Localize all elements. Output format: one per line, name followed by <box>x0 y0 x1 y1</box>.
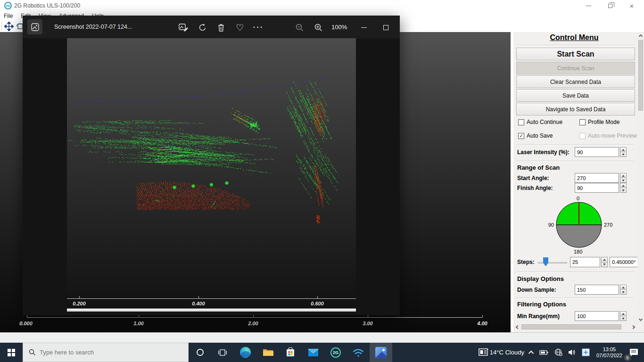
navigate-saved-data-button[interactable]: Navigate to Saved Data <box>516 103 635 115</box>
viewer-maximize-button[interactable] <box>379 21 392 33</box>
steps-degrees-field: 0.450000° <box>610 257 639 267</box>
delete-icon[interactable] <box>216 22 226 33</box>
edge-icon <box>240 347 251 358</box>
steps-input[interactable] <box>570 257 600 267</box>
more-options-icon[interactable]: • • • <box>253 22 263 33</box>
steps-slider-handle[interactable] <box>543 257 548 266</box>
laser-intensity-input[interactable] <box>575 147 619 157</box>
tray-expand-button[interactable] <box>527 343 537 362</box>
start-angle-spinner[interactable] <box>620 173 627 183</box>
axis-label: 1.00 <box>133 321 143 326</box>
save-data-button[interactable]: Save Data <box>516 89 635 102</box>
panel-vertical-scrollbar[interactable] <box>637 32 644 323</box>
axis-label: 3.00 <box>363 321 372 326</box>
edit-image-icon[interactable] <box>178 22 189 33</box>
app-minimize-button[interactable] <box>581 0 595 11</box>
scroll-down-button[interactable] <box>637 316 644 323</box>
finish-angle-spinner[interactable] <box>620 183 627 193</box>
checkbox-box[interactable]: ✓ <box>518 133 524 139</box>
clear-scanned-data-button[interactable]: Clear Scanned Data <box>516 75 635 88</box>
uls-app-button[interactable]: 2G <box>324 343 347 362</box>
axis-label: 4.00 <box>477 321 487 326</box>
scroll-right-button[interactable] <box>630 323 637 330</box>
clock-time: 13:05 <box>596 346 622 353</box>
windows-logo-icon <box>8 349 15 356</box>
file-explorer-button[interactable] <box>256 343 279 362</box>
edge-browser-button[interactable] <box>234 343 256 362</box>
steps-slider-track[interactable] <box>538 262 567 263</box>
app-logo-text: 2G <box>6 4 10 8</box>
down-sample-spinner[interactable] <box>620 285 627 295</box>
scroll-up-button[interactable] <box>637 32 644 39</box>
image-axis-line <box>67 298 356 299</box>
auto-continue-checkbox[interactable]: Auto Continue <box>518 119 562 125</box>
start-button[interactable] <box>0 343 23 362</box>
favorite-heart-icon[interactable]: ♡ <box>235 22 245 33</box>
app-restore-button[interactable] <box>603 0 617 11</box>
zoom-in-icon[interactable] <box>313 22 323 33</box>
pan-move-icon[interactable] <box>4 22 14 31</box>
news-weather-widget[interactable]: 14°C Cloudy <box>476 343 527 362</box>
volume-indicator[interactable] <box>565 343 579 362</box>
separator <box>516 297 634 298</box>
scroll-thumb[interactable] <box>638 40 643 111</box>
photos-app-button[interactable] <box>370 343 392 362</box>
scroll-left-button[interactable] <box>513 323 520 330</box>
mail-button[interactable] <box>302 343 324 362</box>
taskbar-search[interactable] <box>23 343 189 362</box>
notification-center-button[interactable]: 5 <box>626 343 644 362</box>
toolbar-separator <box>1 22 2 31</box>
checkbox-box[interactable] <box>579 119 586 125</box>
menu-file[interactable]: File <box>4 12 17 20</box>
tray-app-indicator[interactable] <box>579 343 593 362</box>
axis-tick <box>482 315 483 317</box>
steps-spinner[interactable] <box>601 257 608 267</box>
see-all-photos-button[interactable] <box>27 19 42 34</box>
axis-label: 0.000 <box>19 321 33 326</box>
viewport-axis-line <box>27 317 482 318</box>
viewer-close-button[interactable]: × <box>401 20 414 33</box>
app-close-button[interactable]: × <box>625 0 639 11</box>
chevron-up-icon <box>528 350 534 355</box>
separator <box>516 272 634 272</box>
min-range-spinner[interactable] <box>620 311 627 321</box>
profile-mode-checkbox[interactable]: Profile Mode <box>579 119 619 125</box>
cortana-button[interactable] <box>189 343 211 362</box>
battery-indicator[interactable] <box>537 343 552 362</box>
taskbar: 2G 14°C Cloudy <box>0 343 644 362</box>
axis-label: 0.600 <box>311 301 324 306</box>
store-icon <box>286 347 295 357</box>
axis-tick <box>79 296 80 298</box>
microsoft-store-button[interactable] <box>279 343 302 362</box>
zoom-out-icon <box>294 22 305 33</box>
speaker-icon <box>568 349 576 356</box>
clock[interactable]: 13:05 07/07/2022 <box>593 346 626 359</box>
point-cloud-render <box>67 38 356 312</box>
checkbox-box[interactable] <box>518 119 524 125</box>
task-view-button[interactable] <box>211 343 234 362</box>
laser-intensity-spinner[interactable] <box>620 147 627 157</box>
panel-title: Control Menu <box>513 33 635 42</box>
viewer-titlebar[interactable]: Screenshot 2022-07-07 124... ♡ • • • 100… <box>23 16 400 38</box>
file-explorer-icon <box>263 348 273 357</box>
start-angle-label: Start Angle: <box>517 175 549 181</box>
separator <box>516 144 634 145</box>
panel-horizontal-scrollbar[interactable] <box>513 323 637 330</box>
min-range-input[interactable] <box>575 311 619 321</box>
app-titlebar[interactable]: 2G 2G Robotics ULS-100/200 × <box>0 0 644 11</box>
wifi-app-button[interactable] <box>347 343 370 362</box>
network-indicator[interactable] <box>552 343 565 362</box>
finish-angle-input[interactable] <box>575 183 619 193</box>
dial-label-top: 0 <box>577 196 579 201</box>
rotate-icon[interactable] <box>197 22 207 33</box>
scroll-thumb[interactable] <box>521 324 621 329</box>
cortana-icon <box>197 349 204 356</box>
down-sample-input[interactable] <box>575 285 619 295</box>
auto-save-checkbox[interactable]: ✓ Auto Save <box>518 132 553 139</box>
start-scan-button[interactable]: Start Scan <box>516 48 635 60</box>
min-range-label: Min Range(mm) <box>517 313 560 320</box>
search-input[interactable] <box>40 349 172 356</box>
viewer-minimize-button[interactable] <box>357 21 371 33</box>
start-angle-input[interactable] <box>575 173 619 183</box>
clock-date: 07/07/2022 <box>596 353 622 359</box>
